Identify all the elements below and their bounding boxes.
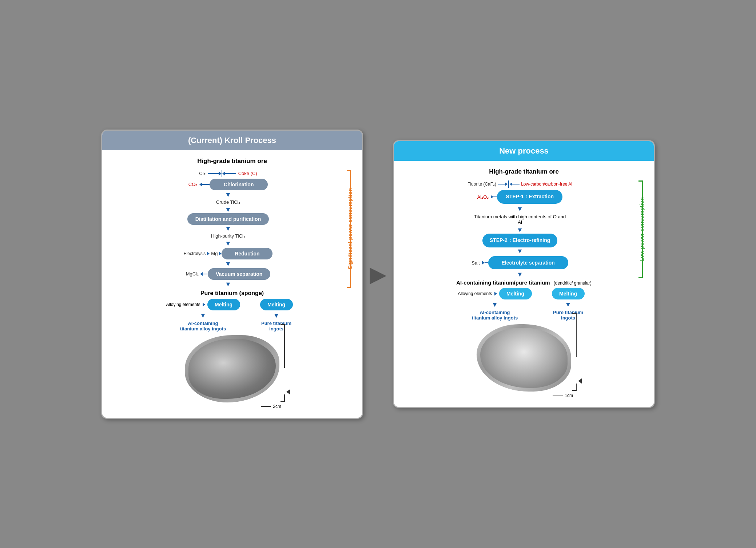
new-arrow4: ▼ (517, 271, 523, 278)
new-brace: Low power consumption (635, 180, 643, 278)
new-header: New process (394, 141, 654, 161)
kroll-melting-section: Alloying elements Melting ▼ Al-containin… (113, 299, 351, 331)
new-flow-col: Fluorite (CaF₂) Low-carbon/carbon-free A… (405, 180, 635, 278)
new-pure-ingots-label: Pure titanium ingots (546, 310, 590, 321)
arrow6: ▼ (225, 281, 231, 287)
new-melting1-box: Melting (499, 288, 532, 299)
vacuum-box: Vacuum separation (208, 268, 270, 280)
salt-label: Salt (471, 260, 480, 266)
kroll-ore-title: High-grade titanium ore (113, 158, 351, 165)
new-ti-label-row: AI-containing titanium/pure titanium (de… (405, 279, 643, 286)
melting1-box: Melting (207, 299, 240, 310)
pure-ti-sponge-label: Pure titanium (sponge) (113, 290, 351, 297)
new-title: New process (499, 146, 549, 155)
electrolyte-box: Electrolyte separation (488, 256, 568, 269)
high-purity-ticl4: High-purity TiCl₄ (211, 233, 245, 239)
kroll-header: (Current) Kroll Process (102, 131, 362, 150)
new-rock-section: 1cm (475, 324, 573, 398)
coke-label: Coke (C) (238, 171, 257, 176)
low-carbon-label: Low-carbon/carbon-free Al (521, 182, 572, 187)
mgcl2-label: MgCl₂ (186, 271, 199, 277)
kroll-bracket-wrap: Cl₂ Coke (C) CO₂ (113, 170, 351, 288)
big-arrow: ▶ (370, 261, 386, 287)
alloying-label-left: Alloying elements (166, 302, 200, 307)
new-body: High-grade titanium ore Fluorite (CaF₂) … (394, 161, 654, 407)
arrow2: ▼ (225, 206, 231, 213)
kroll-panel: (Current) Kroll Process High-grade titan… (101, 130, 363, 419)
dendritic-label: (dendritic/ granular) (554, 281, 592, 286)
kroll-melting-left: Alloying elements Melting ▼ Al-containin… (166, 299, 240, 331)
new-rock-image (477, 324, 571, 392)
chlorination-box: Chlorination (210, 179, 268, 190)
new-alloy-ingots-label: Al-containing titanium alloy ingots (471, 310, 518, 321)
fluorite-label: Fluorite (CaF₂) (467, 182, 496, 187)
kroll-scale: 2cm (183, 404, 281, 409)
electrolysis-label: Electrolysis (184, 251, 206, 256)
new-ore-title: High-grade titanium ore (405, 168, 643, 175)
kroll-rock-section: 2cm (183, 335, 281, 409)
kroll-title: (Current) Kroll Process (188, 136, 276, 145)
kroll-rock-image (185, 335, 279, 402)
kroll-brace: Significant power consumption (343, 170, 351, 288)
pure-ingots-label: Pure titanium ingots (255, 321, 298, 331)
co2-label: CO₂ (188, 182, 198, 187)
new-panel: New process High-grade titanium ore Fluo… (393, 140, 655, 408)
new-melting-left: Alloying elements Melting ▼ Al-containin… (458, 288, 532, 321)
kroll-brace-label: Significant power consumption (347, 188, 354, 269)
new-bracket-wrap: Fluorite (CaF₂) Low-carbon/carbon-free A… (405, 180, 643, 278)
new-arrow1: ▼ (517, 206, 523, 212)
outer-wrapper: (Current) Kroll Process High-grade titan… (94, 122, 662, 426)
ai-ti-pure-label: AI-containing titanium/pure titanium (456, 279, 550, 286)
melting2-box: Melting (260, 299, 293, 310)
al2o3-label: Al₂O₃ (477, 194, 489, 200)
new-alloying-label: Alloying elements (458, 291, 492, 296)
distillation-box: Distillation and purification (187, 213, 269, 225)
mg-label: Mg (211, 251, 218, 256)
new-scale: 1cm (475, 393, 573, 398)
new-melting2-box: Melting (552, 288, 585, 299)
cl2-label: Cl₂ (199, 171, 205, 176)
arrow4: ▼ (225, 240, 231, 247)
kroll-body: High-grade titanium ore Cl₂ (102, 150, 362, 418)
new-arrow3: ▼ (517, 248, 523, 254)
new-melting-right: Melting ▼ Pure titanium ingots (546, 288, 590, 321)
new-brace-label: Low power consumption (638, 197, 646, 262)
alloy-ingots-label: Al-containing titanium alloy ingots (179, 321, 227, 331)
step1-box: STEP-1：Extraction (497, 190, 562, 204)
arrow1: ▼ (225, 191, 231, 198)
new-arrow2: ▼ (517, 227, 523, 233)
new-melting-section: Alloying elements Melting ▼ Al-containin… (405, 288, 643, 321)
arrow3: ▼ (225, 225, 231, 232)
kroll-flow-col: Cl₂ Coke (C) CO₂ (113, 170, 343, 288)
ti-metals-desc: Titanium metals with high contents of O … (473, 214, 567, 225)
crude-ticl4: Crude TiCl₄ (216, 199, 240, 205)
step2-box: STEP-2：Electro-refining (482, 234, 557, 247)
arrow5: ▼ (225, 261, 231, 267)
kroll-melting-right: Melting ▼ Pure titanium ingots (255, 299, 298, 331)
reduction-box: Reduction (222, 248, 272, 259)
